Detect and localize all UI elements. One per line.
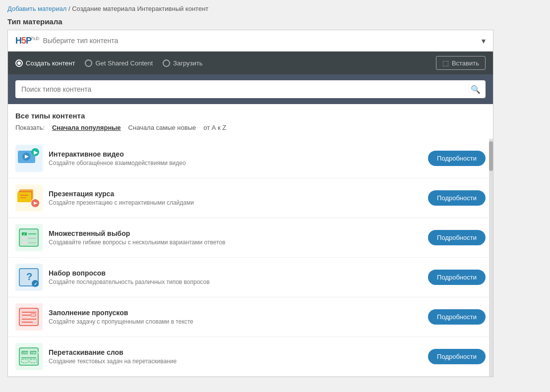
list-item: ▶ Интерактивное видео Создайте обогащённ…: [8, 139, 493, 178]
h5p-logo: H5Phub: [15, 35, 39, 46]
content-desc: Создание текстовых задач на перетаскиван…: [49, 358, 422, 365]
content-desc: Создайте обогащённое взаимодействиями ви…: [49, 160, 422, 167]
content-icon-question-set: ? ✓: [15, 264, 43, 291]
content-title: Презентация курса: [49, 190, 422, 198]
h5p-select-type-label: Выберите тип контента: [43, 37, 118, 45]
list-item: Заполнение пропусков Создайте задачу с п…: [8, 297, 493, 337]
content-title: Набор вопросов: [49, 269, 422, 277]
insert-button-label: Вставить: [452, 59, 479, 67]
scrollbar-thumb[interactable]: [489, 141, 493, 171]
details-button[interactable]: Подробности: [428, 349, 486, 364]
content-desc: Создайте задачу с пропущенными словами в…: [49, 318, 422, 325]
search-input[interactable]: [15, 80, 486, 98]
details-button[interactable]: Подробности: [428, 309, 486, 325]
svg-text:?: ?: [26, 271, 32, 282]
sort-label: Показать:: [15, 124, 45, 131]
sort-row: Показать: Сначала популярные Сначала сам…: [15, 124, 486, 131]
breadcrumb: Добавить материал / Создание материала И…: [7, 5, 543, 12]
h5p-logo-area: H5Phub Выберите тип контента: [15, 35, 118, 46]
breadcrumb-separator: /: [68, 5, 70, 12]
content-types-section: Все типы контента Показать: Сначала попу…: [8, 104, 493, 139]
tab-create-radio: [15, 59, 23, 67]
svg-text:▶: ▶: [34, 150, 38, 155]
details-button[interactable]: Подробности: [428, 190, 486, 206]
content-icon-drag-words: слово текст: [15, 343, 43, 370]
content-info: Множественный выбор Создавайте гибкие во…: [49, 229, 422, 246]
svg-text:✓: ✓: [34, 281, 38, 286]
list-item: слово текст Перетаскивание слов Создание…: [8, 337, 493, 377]
tab-shared-label: Get Shared Content: [95, 59, 153, 67]
details-button[interactable]: Подробности: [428, 230, 486, 245]
list-item: ? ✓ Набор вопросов Создайте последовател…: [8, 258, 493, 297]
breadcrumb-link[interactable]: Добавить материал: [7, 5, 66, 12]
content-info: Презентация курса Создайте презентацию с…: [49, 190, 422, 206]
content-icon-fill-blanks: [15, 303, 43, 331]
tab-shared-radio: [85, 59, 92, 67]
svg-rect-31: [19, 308, 38, 326]
sort-newest[interactable]: Сначала самые новые: [128, 124, 196, 131]
content-info: Интерактивное видео Создайте обогащённое…: [49, 150, 422, 167]
all-types-title: Все типы контента: [15, 112, 486, 120]
search-bar-area: 🔍: [8, 74, 493, 104]
content-info: Набор вопросов Создайте последовательнос…: [49, 269, 422, 285]
insert-button[interactable]: ⬚ Вставить: [436, 56, 486, 70]
tab-upload-radio: [163, 59, 170, 67]
content-title: Интерактивное видео: [49, 150, 422, 158]
content-info: Перетаскивание слов Создание текстовых з…: [49, 348, 422, 365]
h5p-hub-label: hub: [31, 35, 39, 41]
content-title: Заполнение пропусков: [49, 309, 422, 317]
content-list-wrapper: ▶ Интерактивное видео Создайте обогащённ…: [8, 139, 493, 377]
details-button[interactable]: Подробности: [428, 151, 486, 166]
search-icon: 🔍: [471, 85, 481, 94]
tab-create-label: Создать контент: [26, 59, 75, 67]
tab-shared-content[interactable]: Get Shared Content: [85, 59, 153, 67]
search-input-wrap: 🔍: [15, 80, 486, 98]
h5p-tabs-bar: Создать контент Get Shared Content Загру…: [8, 52, 493, 74]
search-icon-button[interactable]: 🔍: [471, 85, 481, 94]
svg-rect-20: [22, 237, 27, 240]
svg-rect-22: [22, 241, 27, 244]
insert-icon: ⬚: [442, 59, 449, 67]
material-type-label: Тип материала: [7, 17, 543, 26]
content-list: ▶ Интерактивное видео Создайте обогащённ…: [8, 139, 493, 377]
content-title: Перетаскивание слов: [49, 348, 422, 356]
svg-text:текст: текст: [31, 351, 40, 354]
tab-upload-label: Загрузить: [173, 59, 202, 67]
list-item: ✓ Множественный выбор Создавайте гибкие …: [8, 218, 493, 258]
content-icon-course-presentation: [15, 184, 43, 212]
content-icon-interactive-video: ▶: [15, 145, 43, 172]
h5p-container: H5Phub Выберите тип контента ▾ Создать к…: [7, 30, 493, 377]
h5p-dropdown-arrow[interactable]: ▾: [482, 36, 486, 46]
details-button[interactable]: Подробности: [428, 270, 486, 285]
tab-upload[interactable]: Загрузить: [163, 59, 202, 67]
svg-text:✓: ✓: [23, 232, 26, 236]
content-info: Заполнение пропусков Создайте задачу с п…: [49, 309, 422, 325]
content-title: Множественный выбор: [49, 229, 422, 237]
scrollbar-track[interactable]: [489, 139, 493, 377]
sort-az[interactable]: от А к Z: [203, 124, 226, 131]
content-desc: Создайте последовательность различных ти…: [49, 279, 422, 285]
list-item: Презентация курса Создайте презентацию с…: [8, 178, 493, 218]
content-desc: Создайте презентацию с интерактивными сл…: [49, 199, 422, 206]
h5p-header: H5Phub Выберите тип контента ▾: [8, 30, 493, 52]
content-desc: Создавайте гибкие вопросы с несколькими …: [49, 239, 422, 246]
breadcrumb-current: Создание материала Интерактивный контент: [72, 5, 208, 12]
svg-rect-9: [17, 192, 31, 202]
sort-popular[interactable]: Сначала популярные: [52, 124, 121, 131]
page-wrapper: Добавить материал / Создание материала И…: [0, 0, 550, 392]
tab-create-content[interactable]: Создать контент: [15, 59, 75, 67]
content-icon-multiple-choice: ✓: [15, 224, 43, 251]
